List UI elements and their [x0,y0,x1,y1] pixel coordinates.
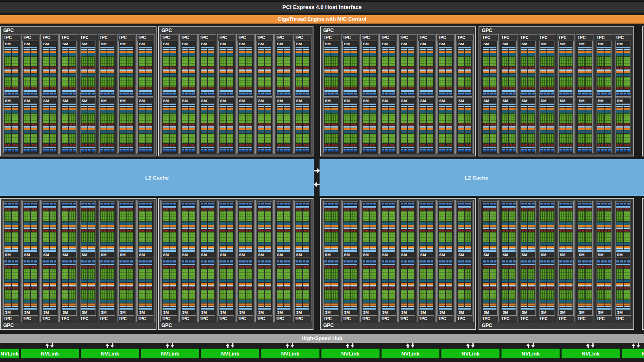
warp-scheduler-bar [182,69,188,71]
tensor-core-bar [427,144,433,146]
ldst-unit [509,260,512,263]
sm-processing-block [578,106,584,126]
dispatch-unit-bar [483,128,489,130]
tensor-core-bar [12,67,18,69]
ldst-unit [287,149,290,152]
dispatch-unit-bar [389,71,395,73]
tensor-core-bar [566,87,572,89]
ldst-unit [551,93,554,95]
dispatch-unit-bar [100,71,107,73]
sm-instruction-cache-bar [540,47,554,48]
sm-processing-block [483,266,489,286]
register-file-bar [483,280,489,282]
tpc-label: TPC [3,35,19,40]
cuda-core-array [585,290,592,300]
tensor-core-bar [528,208,534,210]
ldst-unit [211,203,214,206]
sm-label: SM [139,310,152,315]
warp-scheduler-bar [427,285,433,286]
sm-label: SM [502,98,516,103]
cuda-core-array [465,232,471,243]
sm-l1-cache-bar [540,90,554,92]
cuda-core-array [624,211,630,221]
tensor-core-bar [170,124,176,126]
sm-block: SM [200,201,215,258]
sm-processing-section [616,287,630,308]
warp-scheduler-bar [344,285,350,286]
tensor-core-bar [605,287,611,289]
warp-scheduler-bar [201,126,207,128]
sm-processing-block [389,230,395,250]
cuda-core-array [483,77,489,87]
register-file-bar [126,280,133,282]
dispatch-unit-bar [88,303,95,306]
sm-processing-section [382,106,395,126]
sm-processing-block [120,287,126,308]
tpc-label: TPC [539,35,555,40]
register-file-bar [296,74,302,76]
ldst-unit [585,260,588,263]
warp-scheduler-bar [43,306,49,307]
sm-l1-cache-bar [540,206,554,208]
ldst-unit-row [139,149,152,152]
register-file-bar [528,280,534,282]
cuda-core-array [427,77,433,87]
register-file-bar [502,74,508,76]
cuda-core-array [139,77,145,87]
tensor-core-bar [605,208,611,210]
nvlink-block: NVLink [381,349,440,358]
cuda-core-array [227,113,233,123]
tensor-core-bar [502,144,508,146]
cuda-core-array [100,211,107,221]
tpc-block: TPCSMSM [59,200,78,322]
warp-scheduler-bar [540,106,546,107]
tensor-core-bar [331,266,337,268]
warp-scheduler-bar [81,306,88,307]
ldst-unit [551,203,554,206]
tensor-core-bar [201,124,207,126]
cuda-core-array [363,113,369,123]
warp-scheduler-bar [265,306,271,307]
cuda-core-array [540,56,546,66]
tensor-core-bar [490,144,496,146]
register-file-bar [31,110,37,113]
ldst-unit [246,203,248,206]
sm-processing-block [483,49,489,69]
sm-processing-section [578,287,592,308]
warp-scheduler-bar [208,69,214,71]
sm-label: SM [540,252,554,257]
sm-l1-cache-bar [4,264,18,265]
cuda-core-array [521,232,527,243]
tensor-core-bar [303,124,309,126]
ldst-unit [43,149,46,152]
register-file-bar [605,74,611,76]
register-file-bar [509,110,515,113]
tensor-core-bar [605,230,611,232]
register-file-bar [239,243,245,245]
dispatch-unit-bar [483,246,489,248]
sm-processing-block [566,208,572,229]
cuda-core-array [585,56,592,66]
sm-label: SM [43,310,56,315]
arrow-up-icon [632,343,635,348]
ldst-unit [258,149,261,152]
tensor-core-bar [303,67,309,69]
sm-processing-section [578,208,592,229]
dispatch-unit-bar [509,128,515,130]
warp-scheduler-bar [331,228,337,229]
cuda-core-array [547,56,553,66]
sm-processing-block [363,230,369,250]
sm-processing-block [284,106,290,126]
sm-block: SM [99,259,115,316]
sm-label: SM [43,41,56,46]
sm-instruction-cache-bar [100,104,114,105]
tensor-core-bar [521,124,527,126]
dispatch-unit-bar [258,71,264,73]
register-file-bar [100,53,107,56]
register-file-bar [528,110,534,113]
tensor-core-bar [624,208,630,210]
pci-express-host-interface-bar: PCI Express 4.0 Host Interface [0,1,644,13]
ldst-unit [544,203,546,206]
sm-processing-block [31,126,37,146]
tpc-label: TPC [237,316,253,321]
